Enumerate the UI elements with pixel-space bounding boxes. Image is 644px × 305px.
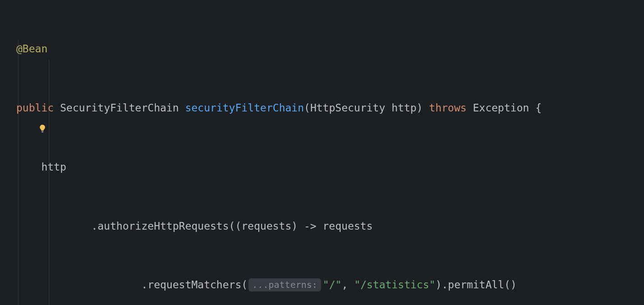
code-area[interactable]: @Bean public SecurityFilterChain securit… [13,0,644,305]
code-line[interactable]: .authorizeHttpRequests((requests) -> req… [13,217,644,236]
code-line[interactable]: @Bean [13,39,644,59]
param-name: http [392,102,416,114]
punct: ) [416,102,423,114]
string-literal: "/" [323,279,342,291]
return-type: SecurityFilterChain [60,102,179,114]
keyword-public: public [16,102,54,114]
punct: ( [304,102,310,114]
annotation: @Bean [16,43,47,55]
brace-open: { [535,102,541,114]
comma: , [341,279,348,291]
intention-bulb-icon[interactable] [1,102,9,112]
code-line[interactable]: http [13,157,644,177]
exception-type: Exception [473,102,529,114]
method-call: .authorizeHttpRequests((requests) -> req… [91,220,373,232]
code-line[interactable]: public SecurityFilterChain securityFilte… [13,98,644,118]
param-type: HttpSecurity [310,102,385,114]
code-line[interactable]: .requestMatchers(...patterns:"/", "/stat… [13,275,644,295]
method-tail: ).permitAll() [435,279,517,291]
keyword-throws: throws [429,102,467,114]
inlay-hint[interactable]: ...patterns: [248,278,321,291]
method-call: .requestMatchers( [141,279,247,291]
gutter [0,0,13,305]
code-editor[interactable]: @Bean public SecurityFilterChain securit… [0,0,644,305]
method-name: securityFilterChain [185,102,304,114]
identifier: http [41,161,66,173]
string-literal: "/statistics" [354,279,435,291]
